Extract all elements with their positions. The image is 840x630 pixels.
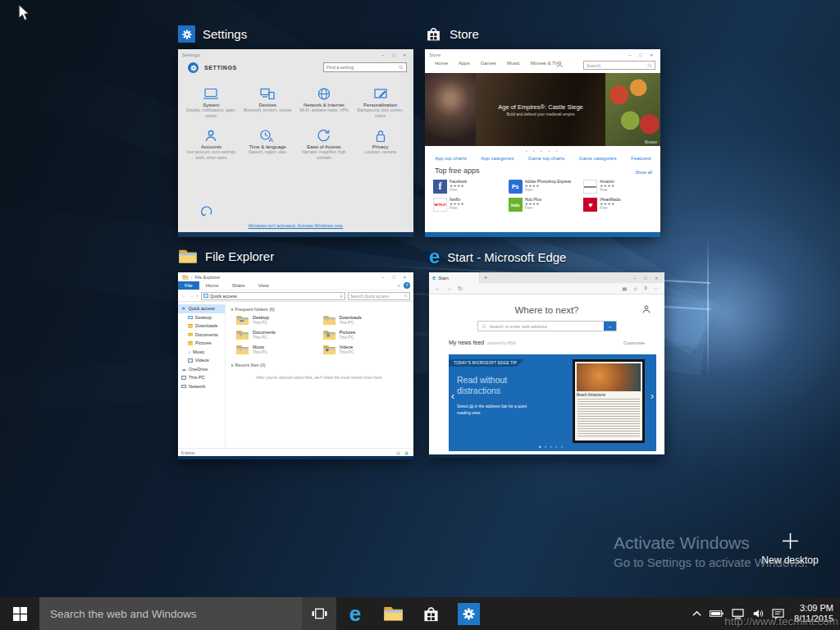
customise-link[interactable]: Customise [623, 340, 645, 345]
network-icon[interactable] [732, 609, 744, 619]
ribbon-collapse-icon[interactable]: ∧ [397, 283, 400, 288]
store-nav-home[interactable]: Home [435, 61, 448, 66]
forward-icon[interactable]: → [446, 285, 452, 291]
window-controls[interactable]: – □ × [628, 52, 656, 57]
sidebar-item-network[interactable]: Network [178, 382, 225, 391]
sidebar-item-documents[interactable]: Documents [178, 331, 225, 340]
folder-tile-documents[interactable]: ≡ Documents This PC [235, 330, 322, 340]
settings-category-personalization[interactable]: Personalization Background, lock screen,… [354, 87, 407, 118]
ribbon-tab-view[interactable]: View [252, 283, 276, 288]
settings-category-time[interactable]: Time & language Speech, region, date [241, 129, 294, 160]
link-game-categories[interactable]: Game categories [579, 156, 617, 161]
window-controls[interactable]: – □ × [381, 275, 409, 280]
volume-icon[interactable] [752, 608, 764, 619]
sidebar-item-desktop[interactable]: Desktop [178, 313, 225, 322]
undo-arrow-icon[interactable] [199, 206, 213, 217]
sidebar-item-music[interactable]: ♪ Music [178, 348, 225, 357]
link-app-categories[interactable]: App categories [481, 156, 514, 161]
window-controls[interactable]: – □ × [381, 52, 409, 57]
person-icon[interactable] [641, 304, 651, 314]
sidebar-item-quick-access[interactable]: ★ Quick access [178, 304, 225, 313]
account-person-icon[interactable] [556, 61, 564, 68]
sidebar-item-onedrive[interactable]: ☁ OneDrive [178, 365, 225, 374]
browser-tab-start[interactable]: e Start [429, 272, 480, 283]
show-all-link[interactable]: Show all [635, 170, 652, 175]
link-featured[interactable]: Featured [631, 156, 651, 161]
carousel-left-icon[interactable]: ‹ [451, 390, 454, 402]
folder-tile-desktop[interactable]: ▬ Desktop This PC [235, 315, 322, 326]
store-app-iheartradio[interactable]: ♥ iHeartRadio ★★★★ Free [583, 198, 655, 212]
banner-browse-link[interactable]: Browse [645, 140, 657, 144]
store-search-input[interactable]: Search [583, 61, 655, 70]
store-nav-movies[interactable]: Movies & TV [531, 61, 559, 66]
banner-featured-game[interactable]: Age of Empires®: Castle Siege Build and … [476, 73, 605, 146]
sidebar-item-pictures[interactable]: Pictures [178, 339, 225, 348]
ribbon-tab-share[interactable]: Share [226, 283, 252, 288]
explorer-search-input[interactable]: Search Quick access [348, 292, 410, 300]
store-app-facebook[interactable]: f Facebook ★★★★ Free [433, 180, 505, 194]
go-arrow-button[interactable]: → [604, 322, 616, 331]
chevron-down-icon[interactable]: ∨ [340, 294, 343, 299]
battery-icon[interactable] [710, 609, 724, 618]
taskbar-edge-button[interactable]: e [336, 597, 374, 630]
settings-category-ease[interactable]: Ease of Access Narrator, magnifier, high… [298, 129, 351, 160]
back-icon[interactable]: ← [435, 285, 441, 291]
store-nav-apps[interactable]: Apps [459, 61, 470, 66]
hub-icon[interactable]: ≡ [644, 285, 647, 291]
settings-category-network[interactable]: Network & Internet Wi-Fi, airplane mode,… [298, 87, 351, 118]
store-nav-music[interactable]: Music [507, 61, 520, 66]
edge-tip-card[interactable]: TODAY'S MICROSOFT EDGE TIP Read without … [449, 354, 656, 451]
settings-category-accounts[interactable]: Accounts Your account, sync settings, wo… [185, 129, 238, 160]
ribbon-tab-home[interactable]: Home [199, 283, 226, 288]
view-toggle-icons[interactable]: ▤ ▦ [396, 450, 410, 455]
link-game-top-charts[interactable]: Game top charts [528, 156, 564, 161]
store-app-hulu[interactable]: hulu Hulu Plus ★★★★ Free [509, 198, 581, 212]
store-nav-games[interactable]: Games [481, 61, 496, 66]
new-tab-icon[interactable]: + [484, 275, 487, 281]
address-bar[interactable]: Quick access ∨ [201, 292, 345, 300]
taskbar-settings-button[interactable] [450, 597, 487, 630]
window-controls[interactable]: – □ × [633, 276, 664, 281]
settings-category-devices[interactable]: Devices Bluetooth, printers, mouse [241, 87, 294, 118]
activation-link[interactable]: Windows isn't activated. Activate Window… [178, 223, 413, 228]
folder-tile-pictures[interactable]: ▦ Pictures This PC [322, 330, 409, 340]
link-app-top-charts[interactable]: App top charts [435, 156, 467, 161]
recent-files-header[interactable]: ∨ Recent files (0) [231, 363, 409, 368]
more-icon[interactable]: ⋯ [654, 285, 659, 291]
store-app-amazon[interactable]: amazon Amazon ★★★★ Free [583, 180, 655, 194]
settings-search-input[interactable]: Find a setting [323, 62, 407, 72]
carousel-right-icon[interactable]: › [651, 390, 654, 402]
reading-view-icon[interactable]: ▤ [622, 285, 627, 291]
taskbar-store-button[interactable] [412, 597, 450, 630]
help-icon[interactable]: ? [404, 282, 410, 289]
favorites-star-icon[interactable]: ☆ [633, 285, 637, 291]
folder-tile-music[interactable]: ♪ Music This PC [235, 345, 322, 355]
up-icon[interactable]: ↑ [196, 294, 199, 299]
edge-window-thumbnail[interactable]: e Start + – □ × ← → ↻ ▤ ☆ ≡ ⋯ Where to n… [429, 272, 664, 458]
edge-search-bar[interactable]: Search or enter web address → [477, 321, 617, 331]
new-desktop-button[interactable]: New desktop [752, 532, 828, 566]
store-hero-banner[interactable]: Age of Empires®: Castle Siege Build and … [425, 73, 660, 146]
sidebar-item-videos[interactable]: Videos [178, 356, 225, 365]
folder-tile-videos[interactable]: ▶ Videos This PC [322, 345, 409, 355]
task-view-button[interactable] [302, 597, 336, 630]
action-center-icon[interactable] [772, 609, 784, 619]
settings-category-system[interactable]: System Display, notifications, apps, pow… [185, 87, 238, 118]
tray-chevron-up-icon[interactable] [692, 610, 701, 617]
frequent-folders-header[interactable]: ∨ Frequent folders (6) [231, 307, 409, 312]
sidebar-item-downloads[interactable]: Downloads [178, 322, 225, 331]
carousel-dots[interactable]: • • • • • [425, 148, 660, 153]
settings-category-privacy[interactable]: Privacy Location, camera [354, 129, 407, 160]
forward-icon[interactable]: → [189, 294, 194, 299]
store-app-photoshop[interactable]: Ps Adobe Photoshop Express ★★★★ Free [509, 180, 581, 194]
settings-window-thumbnail[interactable]: Settings – □ × SETTINGS Find a setting S… [178, 49, 413, 237]
store-app-netflix[interactable]: NETFLIX Netflix ★★★★ Free [433, 198, 505, 212]
refresh-icon[interactable]: ↻ [458, 285, 463, 292]
start-button[interactable] [0, 597, 39, 630]
carousel-dots[interactable]: ●●●●● [449, 445, 656, 449]
taskbar-clock[interactable]: 3:09 PM 8/11/2015 [794, 603, 833, 624]
back-icon[interactable]: ← [181, 294, 186, 299]
file-explorer-window-thumbnail[interactable]: | File Explorer – □ × File Home Share Vi… [178, 272, 413, 459]
sidebar-item-this-pc[interactable]: This PC [178, 373, 225, 382]
taskbar-search-input[interactable]: Search the web and Windows [39, 597, 302, 630]
